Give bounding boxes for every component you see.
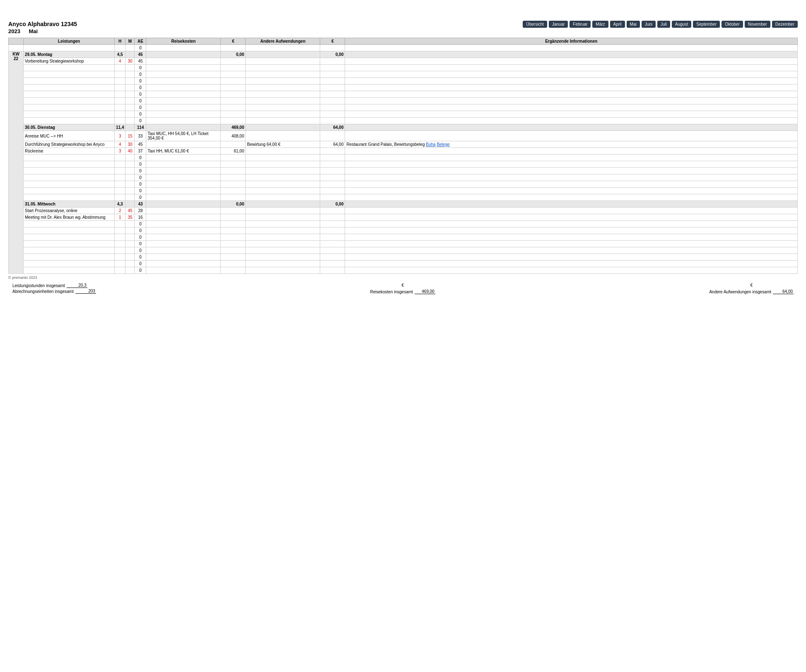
- euro1-cell: [221, 168, 246, 174]
- table-row: 0: [9, 181, 798, 188]
- nav-btn-februar[interactable]: Februar: [570, 21, 591, 28]
- totals-section: Leistungsstunden insgesamt 20,3 Abrechnu…: [8, 283, 798, 294]
- day-h-2: 4,3: [115, 201, 125, 208]
- erg-cell: [345, 111, 798, 118]
- euro1-cell: [221, 118, 246, 124]
- andere-cell: [246, 181, 320, 188]
- nav-btn-märz[interactable]: März: [592, 21, 608, 28]
- table-row: 0: [9, 91, 798, 98]
- m-cell: [125, 65, 135, 71]
- euro2-cell: [320, 104, 345, 111]
- table-row: 0: [9, 267, 798, 274]
- h-empty: [115, 45, 125, 51]
- h-cell: 4: [115, 58, 125, 65]
- leist-cell: [24, 98, 115, 104]
- table-row: 0: [9, 98, 798, 104]
- nav-btn-september[interactable]: September: [693, 21, 720, 28]
- nav-btn-juni[interactable]: Juni: [642, 21, 656, 28]
- erg-cell: [345, 98, 798, 104]
- reise-cell: [146, 234, 221, 241]
- m-cell: [125, 161, 135, 168]
- erg-cell: [345, 188, 798, 194]
- reise-cell: [146, 104, 221, 111]
- leist-cell: Start Prozessanalyse, online: [24, 208, 115, 214]
- table-row: 0: [9, 104, 798, 111]
- m-cell: 45: [125, 208, 135, 214]
- euro1-cell: [221, 78, 246, 85]
- leist-cell: [24, 161, 115, 168]
- reise-cell: [146, 227, 221, 234]
- main-table: Leistungen H M AE Reisekosten € Andere A…: [8, 38, 798, 274]
- leist-cell: [24, 71, 115, 78]
- euro2-cell: [320, 221, 345, 227]
- euro1-cell: [221, 161, 246, 168]
- euro2-cell: [320, 58, 345, 65]
- reise-cell: [146, 174, 221, 181]
- euro2-cell: [320, 214, 345, 221]
- m-cell: [125, 155, 135, 161]
- day-erg-0: [345, 51, 798, 58]
- th-reisekosten: Reisekosten: [146, 38, 221, 45]
- day-m-2: [125, 201, 135, 208]
- h-cell: [115, 91, 125, 98]
- euro2-cell: [320, 208, 345, 214]
- day-reise-2: [146, 201, 221, 208]
- nav-btn-oktober[interactable]: Oktober: [722, 21, 743, 28]
- andere-cell: [246, 208, 320, 214]
- leist-cell: [24, 227, 115, 234]
- day-m-1: [125, 124, 135, 131]
- euro2-cell: [320, 118, 345, 124]
- day-reise-1: [146, 124, 221, 131]
- ae-cell: 0: [135, 194, 146, 201]
- nav-btn-april[interactable]: April: [610, 21, 625, 28]
- euro2-cell: [320, 91, 345, 98]
- leist-cell: [24, 85, 115, 91]
- buha-link[interactable]: Buha: [426, 142, 435, 147]
- nav-btn-dezember[interactable]: Dezember: [772, 21, 798, 28]
- m-cell: [125, 227, 135, 234]
- table-row: 0: [9, 155, 798, 161]
- h-cell: 4: [115, 141, 125, 148]
- day-date-2: 31.05. Mittwoch: [24, 201, 115, 208]
- reise-cell: [146, 141, 221, 148]
- table-row: 0: [9, 111, 798, 118]
- erg-cell: [345, 85, 798, 91]
- andere-cell: [246, 98, 320, 104]
- leist-cell: [24, 65, 115, 71]
- ae-cell: 0: [135, 227, 146, 234]
- nav-btn-juli[interactable]: Juli: [657, 21, 670, 28]
- nav-btn-übersicht[interactable]: Übersicht: [523, 21, 547, 28]
- nav-btn-august[interactable]: August: [672, 21, 691, 28]
- ae-cell: 0: [135, 221, 146, 227]
- euro2-cell: [320, 227, 345, 234]
- h-cell: [115, 161, 125, 168]
- ae-cell: 0: [135, 267, 146, 274]
- th-andere: Andere Aufwendungen: [246, 38, 320, 45]
- th-m: M: [125, 38, 135, 45]
- ae-cell: 0: [135, 85, 146, 91]
- ae-cell: 0: [135, 65, 146, 71]
- ae-cell: 0: [135, 174, 146, 181]
- leist-cell: [24, 91, 115, 98]
- leist-cell: [24, 188, 115, 194]
- m-cell: [125, 85, 135, 91]
- euro1-empty: [221, 45, 246, 51]
- nav-btn-mai[interactable]: Mai: [627, 21, 640, 28]
- euro1-cell: [221, 208, 246, 214]
- belege-link[interactable]: Belege: [437, 142, 449, 147]
- nav-btn-november[interactable]: November: [745, 21, 770, 28]
- euro1-cell: [221, 91, 246, 98]
- euro2-cell: [320, 85, 345, 91]
- ae-cell: 0: [135, 247, 146, 254]
- andere-cell: [246, 254, 320, 261]
- euro1-cell: [221, 104, 246, 111]
- leist-cell: [24, 78, 115, 85]
- ae-cell: 37: [135, 148, 146, 155]
- h-cell: [115, 174, 125, 181]
- day-andere-0: [246, 51, 320, 58]
- nav-btn-januar[interactable]: Januar: [549, 21, 568, 28]
- leist-cell: [24, 234, 115, 241]
- euro1-cell: [221, 98, 246, 104]
- day-euro2-2: 0,00: [320, 201, 345, 208]
- day-erg-1: [345, 124, 798, 131]
